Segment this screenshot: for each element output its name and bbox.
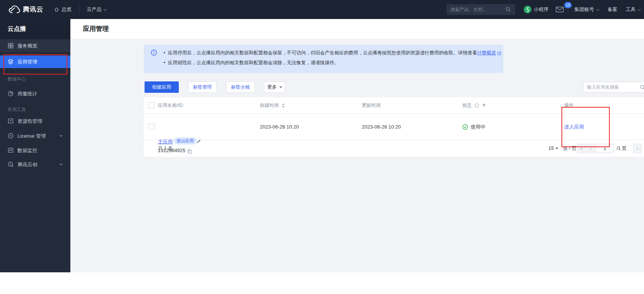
mini-program-icon[interactable] [524,6,531,13]
tag-manage-button[interactable]: 标签管理 [188,81,217,93]
play-circle-icon [8,133,14,139]
col-header-name: 应用名称/ID [158,97,183,114]
nav-mini-program[interactable]: 小程序 [534,0,549,19]
mail-icon[interactable] [556,6,564,13]
pagination-row: 共 1 条 15 条 / 页 /1 页 [144,140,644,157]
app-name-search-input[interactable] [583,82,644,92]
first-page-button[interactable] [577,144,586,153]
sidebar-item-data-monitor[interactable]: 数据监控 [0,144,70,157]
banner-line1-text: 应用停用后，云点播应用内的相关数据和配置都会保留，不可访问，仍旧会产生相应的费用… [168,50,477,56]
info-icon [151,49,157,56]
banner-line-2: 应用销毁后，云点播应用内的相关数据和配置都会清除，无法恢复，请谨慎操作。 [164,59,501,67]
enter-app-link[interactable]: 进入应用 [564,114,584,140]
page-header: 应用管理 [70,19,644,39]
nav-products-label: 云产品 [87,6,102,12]
billing-overview-link[interactable]: 计费概述 [477,50,496,56]
monitor-chart-icon [8,147,14,153]
sidebar-item-cloud-create[interactable]: 腾讯云创 [0,158,70,171]
sidebar-item-app-management[interactable]: 应用管理 [0,56,70,68]
col-header-status: 状态 [462,97,472,114]
group-account-label: 集团账号 [574,6,594,12]
create-app-button[interactable]: 创建应用 [145,81,179,93]
sidebar-item-label: 资源包管理 [17,115,42,127]
total-count: 共 1 条 [158,140,173,157]
sort-icon[interactable] [281,103,285,109]
sidebar-item-label: 服务概览 [17,40,37,52]
sidebar-item-label: License 管理 [17,130,46,142]
col-header-action: 操作 [564,97,574,114]
page-title: 应用管理 [83,19,109,39]
nav-tools[interactable]: 工具 [626,0,641,19]
package-icon [8,118,14,124]
more-label: 更多 [267,84,277,90]
grid-icon [8,43,14,49]
page-size-value: 15 [549,146,554,151]
top-navbar: 腾讯云 总览 云产品 小程序 15 集团账号 备案 工具 [0,0,644,19]
total-pages: /1 页 [617,140,627,157]
status-text: 使用中 [471,124,485,130]
sidebar-item-resource-package[interactable]: 资源包管理 [0,115,70,127]
sidebar-item-license-management[interactable]: License 管理 [0,130,70,142]
sidebar-product-title: 云点播 [0,19,70,39]
page-number-input[interactable] [596,144,614,153]
sidebar-section-data-center: 数据中心 [8,76,65,83]
tools-label: 工具 [626,6,636,12]
sidebar: 云点播 服务概览 应用管理 数据中心 用量统计 常用工具 资源包管理 [0,19,70,272]
select-all-checkbox[interactable] [148,102,154,108]
table-row: 主应用 默认应用 1312984925 2023-06-26 10:20 202… [144,114,644,140]
app-root: 腾讯云 总览 云产品 小程序 15 集团账号 备案 工具 云点播 服务概览 [0,0,644,294]
filter-icon[interactable] [482,103,486,108]
brand-name[interactable]: 腾讯云 [23,0,43,19]
sidebar-item-label: 腾讯云创 [17,158,37,171]
sidebar-item-label: 用量统计 [17,87,37,100]
check-circle-icon [462,124,468,130]
global-search-input[interactable] [447,4,515,15]
pie-chart-icon [8,91,14,97]
nav-beian[interactable]: 备案 [607,0,617,19]
page-size-unit: 条 / 页 [563,140,576,157]
chevron-down-icon [638,0,641,19]
chevron-down-icon[interactable] [59,135,63,137]
sidebar-item-service-overview[interactable]: 服务概览 [0,40,70,52]
search-icon[interactable] [640,84,644,90]
chevron-down-icon [279,82,282,92]
col-header-updated: 更新时间 [362,97,381,114]
col-header-created[interactable]: 创建时间 [260,97,279,114]
chevron-down-icon [596,0,599,19]
row-checkbox[interactable] [148,124,154,130]
created-time: 2023-06-26 10:20 [260,114,299,140]
sidebar-item-usage-stats[interactable]: 用量统计 [0,87,70,100]
external-link-icon[interactable] [497,49,501,57]
next-page-button[interactable] [633,144,642,153]
mail-count-badge: 15 [564,2,572,8]
layers-icon [8,59,14,65]
sidebar-item-label: 数据监控 [17,144,37,157]
tag-split-button[interactable]: 标签分账 [226,81,255,93]
banner-line-1: 应用停用后，云点播应用内的相关数据和配置都会保留，不可访问，仍旧会产生相应的费用… [164,49,501,57]
info-banner: 应用停用后，云点播应用内的相关数据和配置都会保留，不可访问，仍旧会产生相应的费用… [144,45,503,73]
nav-divider [80,6,80,13]
chevron-down-icon [103,0,107,19]
more-button[interactable]: 更多 [264,81,285,93]
page-size-select[interactable]: 15 [549,140,558,157]
table-header-row: 应用名称/ID 创建时间 更新时间 状态 操作 [144,97,644,114]
status-cell: 使用中 [462,114,485,140]
tencent-cloud-logo-icon[interactable] [8,5,21,14]
nav-overview[interactable]: 总览 [62,0,72,19]
chevron-down-icon[interactable] [59,163,63,165]
sidebar-item-label: 应用管理 [17,56,37,68]
cloud-create-icon [8,161,14,167]
chevron-down-icon [555,140,558,157]
prev-page-button[interactable] [587,144,595,153]
updated-time: 2023-06-26 10:20 [362,114,401,140]
sidebar-section-common-tools: 常用工具 [8,106,65,113]
nav-group-account[interactable]: 集团账号 [574,0,599,19]
search-icon[interactable] [505,6,511,12]
app-table-card: 应用名称/ID 创建时间 更新时间 状态 操作 主应用 默认应用 1312984… [144,97,644,157]
home-icon [54,7,59,12]
status-info-icon[interactable] [474,103,479,108]
nav-products[interactable]: 云产品 [87,0,107,19]
